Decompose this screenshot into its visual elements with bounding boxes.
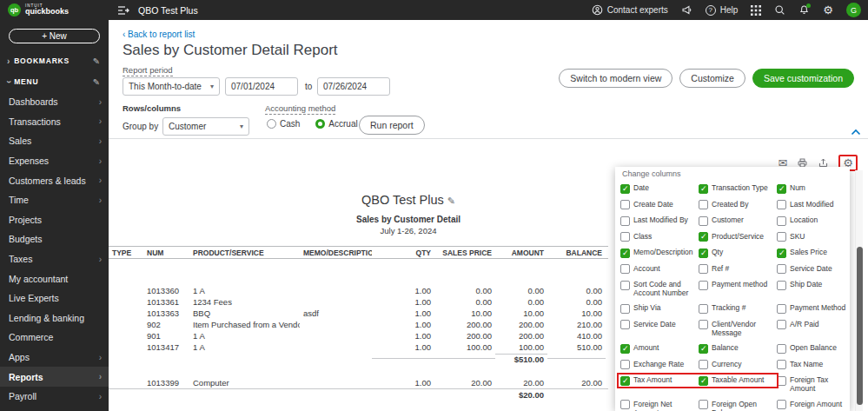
accounting-method-label[interactable]: Accounting method: [265, 103, 335, 115]
column-option-num[interactable]: Num: [777, 183, 848, 194]
checkbox-unchecked-icon[interactable]: [699, 400, 708, 409]
save-customization-button[interactable]: Save customization: [752, 69, 854, 88]
sidebar-menu-header[interactable]: › MENU ✎: [0, 71, 109, 92]
sidebar-bookmarks-header[interactable]: › BOOKMARKS ✎: [0, 50, 109, 71]
checkbox-unchecked-icon[interactable]: [777, 200, 786, 209]
checkbox-checked-icon[interactable]: [699, 344, 708, 354]
checkbox-unchecked-icon[interactable]: [620, 281, 630, 290]
checkbox-checked-icon[interactable]: [620, 184, 630, 194]
checkbox-unchecked-icon[interactable]: [777, 304, 786, 314]
new-button[interactable]: + New: [9, 29, 100, 43]
column-option-foreign-tax-amount[interactable]: Foreign Tax Amount: [777, 375, 848, 393]
column-option-tracking[interactable]: Tracking #: [699, 303, 773, 314]
contact-experts-button[interactable]: Contact experts: [592, 4, 668, 16]
checkbox-unchecked-icon[interactable]: [777, 400, 786, 409]
checkbox-checked-icon[interactable]: [620, 249, 630, 258]
checkbox-checked-icon[interactable]: [777, 249, 786, 258]
checkbox-unchecked-icon[interactable]: [777, 264, 786, 274]
checkbox-unchecked-icon[interactable]: [620, 320, 630, 329]
checkbox-unchecked-icon[interactable]: [620, 400, 630, 409]
checkbox-unchecked-icon[interactable]: [620, 232, 630, 242]
back-to-report-list-link[interactable]: ‹ Back to report list: [123, 30, 195, 39]
panel-scrollbar-thumb[interactable]: [857, 247, 863, 405]
column-option-foreign-open-balance[interactable]: Foreign Open Balance: [699, 400, 773, 411]
sidebar-item-reports[interactable]: Reports›: [0, 367, 109, 387]
column-option-foreign-amount[interactable]: Foreign Amount: [777, 400, 848, 410]
notifications-bell-icon[interactable]: [798, 4, 810, 16]
column-option-sku[interactable]: SKU: [777, 232, 848, 242]
report-period-label[interactable]: Report period: [123, 65, 173, 76]
table-row[interactable]: 9011 A1.00200.00200.00410.00: [109, 330, 608, 341]
apps-grid-icon[interactable]: [751, 5, 761, 16]
column-option-qty[interactable]: Qty: [699, 248, 773, 258]
sidebar-item-payroll[interactable]: Payroll›: [0, 387, 109, 407]
checkbox-checked-icon[interactable]: [699, 249, 708, 258]
column-option-foreign-net-amount[interactable]: Foreign Net Amount: [620, 400, 695, 411]
column-option-created-by[interactable]: Created By: [699, 200, 773, 210]
checkbox-unchecked-icon[interactable]: [777, 281, 786, 290]
column-option-sort-code-and-account-number[interactable]: Sort Code and Account Number: [620, 280, 695, 297]
column-option-location[interactable]: Location: [777, 215, 848, 226]
accrual-radio[interactable]: Accrual: [315, 119, 357, 129]
checkbox-unchecked-icon[interactable]: [620, 264, 630, 274]
table-row[interactable]: 1013399Computer1.0020.0020.0020.00: [109, 377, 608, 388]
checkbox-checked-icon[interactable]: [699, 232, 708, 242]
customize-button[interactable]: Customize: [679, 69, 745, 88]
sidebar-item-live-experts[interactable]: Live Experts: [0, 288, 109, 308]
sidebar-item-my-accountant[interactable]: My accountant: [0, 268, 109, 288]
column-option-ship-date[interactable]: Ship Date: [777, 280, 848, 290]
table-row[interactable]: 10133601 A1.000.000.000.00: [109, 285, 608, 296]
column-option-transaction-type[interactable]: Transaction Type: [699, 183, 773, 194]
search-icon[interactable]: [774, 4, 785, 16]
checkbox-checked-icon[interactable]: [620, 376, 630, 386]
table-row[interactable]: 10133611234 Fees1.000.000.000.00: [109, 296, 608, 308]
sidebar-item-commerce[interactable]: Commerce: [0, 328, 109, 348]
cash-radio[interactable]: Cash: [267, 119, 300, 129]
sidebar-item-projects[interactable]: Projects: [0, 210, 109, 230]
column-option-currency[interactable]: Currency: [699, 360, 773, 370]
group-by-select[interactable]: Customer▾: [162, 117, 249, 136]
sidebar-item-budgets[interactable]: Budgets: [0, 229, 109, 249]
column-option-ship-via[interactable]: Ship Via: [620, 303, 695, 314]
checkbox-unchecked-icon[interactable]: [777, 376, 786, 386]
checkbox-checked-icon[interactable]: [620, 344, 630, 354]
column-option-exchange-rate[interactable]: Exchange Rate: [620, 360, 695, 370]
checkbox-unchecked-icon[interactable]: [699, 264, 708, 274]
column-option-memo-description[interactable]: Memo/Description: [620, 248, 695, 258]
column-option-create-date[interactable]: Create Date: [620, 200, 695, 210]
sidebar-item-dashboards[interactable]: Dashboards›: [0, 92, 109, 112]
checkbox-checked-icon[interactable]: [699, 184, 708, 194]
checkbox-unchecked-icon[interactable]: [699, 216, 708, 226]
edit-title-pencil-icon[interactable]: ✎: [447, 196, 455, 206]
help-button[interactable]: ? Help: [706, 5, 739, 16]
table-row[interactable]: 1013363BBQasdf1.0010.0010.0010.00: [109, 308, 608, 319]
table-row[interactable]: 902Item Purchased from a Vendor1.00200.0…: [109, 319, 608, 330]
column-option-sales-price[interactable]: Sales Price: [777, 248, 848, 258]
date-from-input[interactable]: 07/01/2024: [225, 77, 298, 96]
column-option-balance[interactable]: Balance: [699, 343, 773, 354]
column-option-product-service[interactable]: Product/Service: [699, 232, 773, 242]
column-option-a-r-paid[interactable]: A/R Paid: [777, 320, 848, 330]
sidebar-item-transactions[interactable]: Transactions›: [0, 112, 109, 132]
column-option-service-date[interactable]: Service Date: [620, 320, 695, 330]
announcements-icon[interactable]: [681, 4, 692, 16]
sidebar-item-lending-banking[interactable]: Lending & banking: [0, 308, 109, 328]
checkbox-unchecked-icon[interactable]: [699, 304, 708, 314]
checkbox-unchecked-icon[interactable]: [620, 360, 630, 369]
column-option-account[interactable]: Account: [620, 264, 695, 275]
column-option-amount[interactable]: Amount: [620, 343, 695, 354]
checkbox-checked-icon[interactable]: [777, 184, 786, 194]
scroll-up-chevron-icon[interactable]: [851, 129, 861, 136]
sidebar-item-customers-leads[interactable]: Customers & leads›: [0, 170, 109, 190]
panel-scrollbar-track[interactable]: [855, 170, 863, 411]
checkbox-unchecked-icon[interactable]: [777, 344, 786, 354]
checkbox-unchecked-icon[interactable]: [620, 304, 630, 314]
column-option-taxable-amount[interactable]: Taxable Amount: [699, 375, 773, 386]
checkbox-unchecked-icon[interactable]: [699, 320, 708, 329]
checkbox-unchecked-icon[interactable]: [777, 320, 786, 329]
column-option-tax-name[interactable]: Tax Name: [777, 360, 848, 370]
switch-modern-view-button[interactable]: Switch to modern view: [559, 69, 673, 88]
sidebar-item-time[interactable]: Time›: [0, 190, 109, 210]
checkbox-unchecked-icon[interactable]: [699, 281, 708, 290]
column-option-tax-amount[interactable]: Tax Amount: [620, 375, 695, 386]
